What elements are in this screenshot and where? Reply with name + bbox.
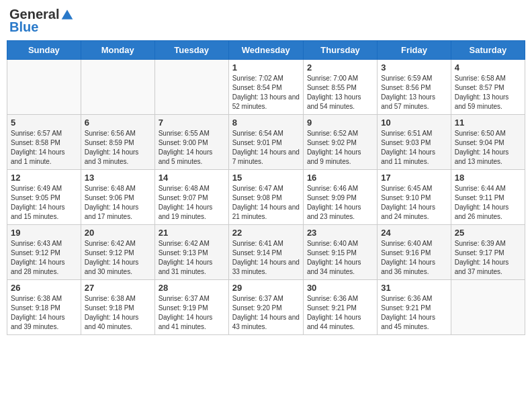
calendar-cell: 21Sunrise: 6:42 AM Sunset: 9:13 PM Dayli…	[154, 225, 228, 280]
day-info: Sunrise: 6:47 AM Sunset: 9:08 PM Dayligh…	[232, 184, 300, 222]
day-number: 8	[232, 118, 300, 128]
day-info: Sunrise: 6:42 AM Sunset: 9:12 PM Dayligh…	[85, 239, 151, 277]
day-number: 14	[159, 173, 225, 183]
day-info: Sunrise: 6:58 AM Sunset: 8:57 PM Dayligh…	[455, 74, 521, 111]
logo-blue: Blue	[9, 19, 38, 35]
calendar-week-row: 1Sunrise: 7:02 AM Sunset: 8:54 PM Daylig…	[7, 60, 525, 115]
logo-icon	[60, 8, 74, 21]
calendar-cell: 22Sunrise: 6:41 AM Sunset: 9:14 PM Dayli…	[228, 225, 303, 280]
day-number: 5	[11, 118, 77, 128]
calendar-cell: 26Sunrise: 6:38 AM Sunset: 9:18 PM Dayli…	[7, 280, 81, 335]
day-number: 23	[307, 228, 373, 238]
calendar-cell: 28Sunrise: 6:37 AM Sunset: 9:19 PM Dayli…	[154, 280, 228, 335]
day-number: 21	[159, 228, 225, 238]
day-number: 3	[381, 62, 447, 73]
calendar-cell	[451, 280, 525, 335]
weekday-header-thursday: Thursday	[303, 41, 377, 60]
calendar-cell: 27Sunrise: 6:38 AM Sunset: 9:18 PM Dayli…	[81, 280, 154, 335]
calendar-cell: 7Sunrise: 6:55 AM Sunset: 9:00 PM Daylig…	[154, 115, 228, 170]
day-info: Sunrise: 6:43 AM Sunset: 9:12 PM Dayligh…	[11, 239, 77, 277]
calendar-cell: 4Sunrise: 6:58 AM Sunset: 8:57 PM Daylig…	[451, 60, 525, 115]
calendar-cell: 18Sunrise: 6:44 AM Sunset: 9:11 PM Dayli…	[451, 170, 525, 225]
day-number: 31	[381, 283, 447, 293]
calendar-cell: 31Sunrise: 6:36 AM Sunset: 9:21 PM Dayli…	[378, 280, 451, 335]
day-number: 18	[455, 173, 521, 183]
day-number: 17	[381, 173, 447, 183]
day-info: Sunrise: 6:40 AM Sunset: 9:16 PM Dayligh…	[381, 239, 447, 277]
day-info: Sunrise: 6:49 AM Sunset: 9:05 PM Dayligh…	[11, 184, 77, 222]
weekday-header-wednesday: Wednesday	[228, 41, 303, 60]
day-info: Sunrise: 6:37 AM Sunset: 9:20 PM Dayligh…	[232, 294, 300, 332]
day-info: Sunrise: 6:44 AM Sunset: 9:11 PM Dayligh…	[455, 184, 521, 222]
day-number: 9	[307, 118, 373, 128]
day-info: Sunrise: 6:39 AM Sunset: 9:17 PM Dayligh…	[455, 239, 521, 277]
day-number: 30	[307, 283, 373, 293]
day-info: Sunrise: 6:36 AM Sunset: 9:21 PM Dayligh…	[381, 294, 447, 332]
calendar-cell: 17Sunrise: 6:45 AM Sunset: 9:10 PM Dayli…	[378, 170, 451, 225]
calendar-cell: 20Sunrise: 6:42 AM Sunset: 9:12 PM Dayli…	[81, 225, 154, 280]
day-info: Sunrise: 6:51 AM Sunset: 9:03 PM Dayligh…	[381, 129, 447, 167]
calendar-week-row: 12Sunrise: 6:49 AM Sunset: 9:05 PM Dayli…	[7, 170, 525, 225]
logo: General Blue	[9, 7, 74, 35]
day-number: 25	[455, 228, 521, 238]
day-info: Sunrise: 6:50 AM Sunset: 9:04 PM Dayligh…	[455, 129, 521, 167]
calendar-cell: 30Sunrise: 6:36 AM Sunset: 9:21 PM Dayli…	[303, 280, 377, 335]
day-number: 20	[85, 228, 151, 238]
day-info: Sunrise: 6:45 AM Sunset: 9:10 PM Dayligh…	[381, 184, 447, 222]
day-number: 11	[455, 118, 521, 128]
weekday-header-row: SundayMondayTuesdayWednesdayThursdayFrid…	[7, 41, 525, 60]
day-info: Sunrise: 6:48 AM Sunset: 9:06 PM Dayligh…	[85, 184, 151, 222]
calendar-cell: 13Sunrise: 6:48 AM Sunset: 9:06 PM Dayli…	[81, 170, 154, 225]
weekday-header-monday: Monday	[81, 41, 154, 60]
day-info: Sunrise: 6:57 AM Sunset: 8:58 PM Dayligh…	[11, 129, 77, 167]
calendar-cell	[154, 60, 228, 115]
day-number: 2	[307, 62, 373, 73]
day-info: Sunrise: 6:41 AM Sunset: 9:14 PM Dayligh…	[232, 239, 300, 277]
day-info: Sunrise: 6:42 AM Sunset: 9:13 PM Dayligh…	[159, 239, 225, 277]
calendar-cell: 8Sunrise: 6:54 AM Sunset: 9:01 PM Daylig…	[228, 115, 303, 170]
calendar-cell: 25Sunrise: 6:39 AM Sunset: 9:17 PM Dayli…	[451, 225, 525, 280]
weekday-header-sunday: Sunday	[7, 41, 81, 60]
calendar-cell: 19Sunrise: 6:43 AM Sunset: 9:12 PM Dayli…	[7, 225, 81, 280]
day-info: Sunrise: 6:40 AM Sunset: 9:15 PM Dayligh…	[307, 239, 373, 277]
day-info: Sunrise: 6:37 AM Sunset: 9:19 PM Dayligh…	[159, 294, 225, 332]
day-number: 19	[11, 228, 77, 238]
calendar-cell: 23Sunrise: 6:40 AM Sunset: 9:15 PM Dayli…	[303, 225, 377, 280]
calendar-week-row: 5Sunrise: 6:57 AM Sunset: 8:58 PM Daylig…	[7, 115, 525, 170]
calendar-cell: 14Sunrise: 6:48 AM Sunset: 9:07 PM Dayli…	[154, 170, 228, 225]
day-number: 6	[85, 118, 151, 128]
day-number: 13	[85, 173, 151, 183]
day-info: Sunrise: 6:38 AM Sunset: 9:18 PM Dayligh…	[11, 294, 77, 332]
calendar-week-row: 19Sunrise: 6:43 AM Sunset: 9:12 PM Dayli…	[7, 225, 525, 280]
day-info: Sunrise: 6:55 AM Sunset: 9:00 PM Dayligh…	[159, 129, 225, 167]
day-info: Sunrise: 6:52 AM Sunset: 9:02 PM Dayligh…	[307, 129, 373, 167]
day-info: Sunrise: 6:46 AM Sunset: 9:09 PM Dayligh…	[307, 184, 373, 222]
calendar-cell: 9Sunrise: 6:52 AM Sunset: 9:02 PM Daylig…	[303, 115, 377, 170]
day-number: 27	[85, 283, 151, 293]
calendar-cell: 6Sunrise: 6:56 AM Sunset: 8:59 PM Daylig…	[81, 115, 154, 170]
day-number: 24	[381, 228, 447, 238]
day-number: 1	[232, 62, 300, 73]
calendar-cell: 12Sunrise: 6:49 AM Sunset: 9:05 PM Dayli…	[7, 170, 81, 225]
day-info: Sunrise: 7:02 AM Sunset: 8:54 PM Dayligh…	[232, 74, 300, 111]
calendar-cell: 29Sunrise: 6:37 AM Sunset: 9:20 PM Dayli…	[228, 280, 303, 335]
day-info: Sunrise: 6:36 AM Sunset: 9:21 PM Dayligh…	[307, 294, 373, 332]
day-number: 12	[11, 173, 77, 183]
calendar-cell: 5Sunrise: 6:57 AM Sunset: 8:58 PM Daylig…	[7, 115, 81, 170]
calendar-table: SundayMondayTuesdayWednesdayThursdayFrid…	[7, 40, 525, 335]
weekday-header-tuesday: Tuesday	[154, 41, 228, 60]
svg-marker-0	[62, 9, 73, 19]
calendar-cell: 16Sunrise: 6:46 AM Sunset: 9:09 PM Dayli…	[303, 170, 377, 225]
day-number: 29	[232, 283, 300, 293]
calendar-cell: 10Sunrise: 6:51 AM Sunset: 9:03 PM Dayli…	[378, 115, 451, 170]
day-info: Sunrise: 6:54 AM Sunset: 9:01 PM Dayligh…	[232, 129, 300, 167]
day-number: 10	[381, 118, 447, 128]
day-number: 16	[307, 173, 373, 183]
day-info: Sunrise: 6:59 AM Sunset: 8:56 PM Dayligh…	[381, 74, 447, 111]
day-number: 26	[11, 283, 77, 293]
day-info: Sunrise: 6:48 AM Sunset: 9:07 PM Dayligh…	[159, 184, 225, 222]
calendar-cell: 11Sunrise: 6:50 AM Sunset: 9:04 PM Dayli…	[451, 115, 525, 170]
page-header: General Blue	[7, 7, 525, 35]
calendar-cell: 24Sunrise: 6:40 AM Sunset: 9:16 PM Dayli…	[378, 225, 451, 280]
calendar-cell: 3Sunrise: 6:59 AM Sunset: 8:56 PM Daylig…	[378, 60, 451, 115]
